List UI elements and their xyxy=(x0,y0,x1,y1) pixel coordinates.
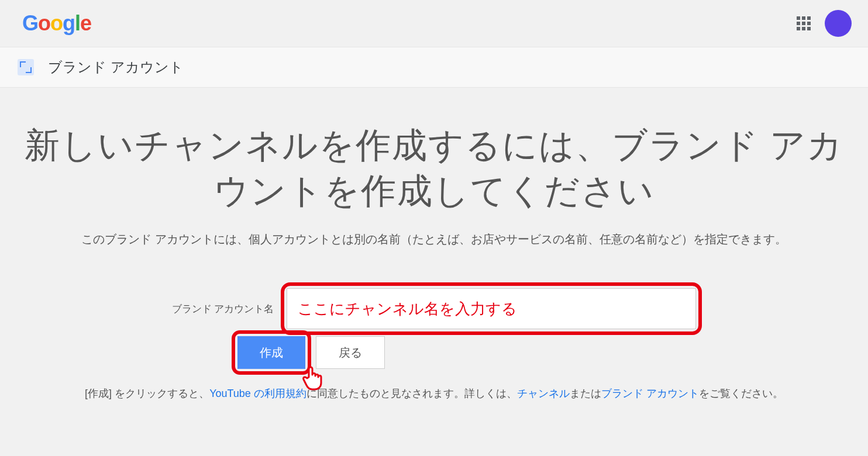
logo-letter-l: l xyxy=(75,11,80,35)
sub-header-title: ブランド アカウント xyxy=(48,58,184,77)
create-button-wrap: 作成 xyxy=(237,336,305,369)
button-row: 作成 戻る xyxy=(237,336,856,369)
create-button[interactable]: 作成 xyxy=(237,336,305,369)
back-button[interactable]: 戻る xyxy=(316,336,385,369)
brand-account-name-input[interactable] xyxy=(287,288,696,329)
logo-letter-e: e xyxy=(80,11,91,35)
terms-mid: に同意したものと見なされます。詳しくは、 xyxy=(306,388,517,399)
terms-suffix: をご覧ください。 xyxy=(699,388,783,399)
brand-account-icon xyxy=(18,59,34,75)
avatar[interactable] xyxy=(825,10,852,37)
header: Google xyxy=(0,0,868,47)
logo-letter-g2: g xyxy=(63,11,75,35)
brand-account-name-label: ブランド アカウント名 xyxy=(172,302,274,316)
channel-link[interactable]: チャンネル xyxy=(517,388,570,399)
logo-letter-o1: o xyxy=(38,11,50,35)
page-description: このブランド アカウントには、個人アカウントとは別の名前（たとえば、お店やサービ… xyxy=(12,232,856,247)
apps-icon[interactable] xyxy=(797,16,811,30)
terms-prefix: [作成] をクリックすると、 xyxy=(85,388,209,399)
brand-account-link[interactable]: ブランド アカウント xyxy=(601,388,699,399)
header-right xyxy=(797,10,852,37)
logo-letter-g1: G xyxy=(22,11,38,35)
form-row: ブランド アカウント名 xyxy=(12,288,856,329)
google-logo[interactable]: Google xyxy=(22,11,91,36)
youtube-terms-link[interactable]: YouTube の利用規約 xyxy=(209,388,306,399)
main-content: 新しいチャンネルを作成するには、ブランド アカウントを作成してください このブラ… xyxy=(0,88,868,400)
terms-text: [作成] をクリックすると、YouTube の利用規約に同意したものと見なされま… xyxy=(12,386,856,400)
page-title: 新しいチャンネルを作成するには、ブランド アカウントを作成してください xyxy=(12,123,856,214)
sub-header: ブランド アカウント xyxy=(0,47,868,88)
input-wrap xyxy=(287,288,696,329)
logo-letter-o2: o xyxy=(50,11,63,35)
terms-or: または xyxy=(570,388,601,399)
